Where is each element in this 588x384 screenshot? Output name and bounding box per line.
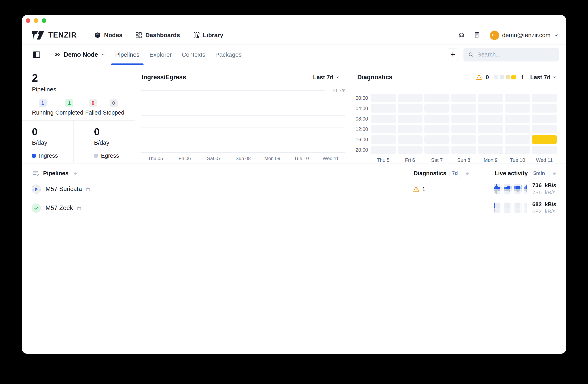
tab-pipelines[interactable]: Pipelines	[111, 44, 144, 65]
status-label: Stopped	[103, 109, 124, 116]
heatmap-cell[interactable]	[478, 115, 503, 123]
heatmap-cell[interactable]	[451, 135, 476, 144]
heatmap-cell[interactable]	[532, 115, 557, 123]
heatmap-cell[interactable]	[505, 135, 530, 144]
node-name: Demo Node	[64, 51, 98, 58]
heatmap-cell[interactable]	[424, 146, 449, 154]
pipeline-status-icon[interactable]	[32, 203, 41, 213]
heatmap-cell[interactable]	[532, 135, 557, 144]
heatmap-cell[interactable]	[478, 146, 503, 154]
heatmap-cell[interactable]	[371, 115, 396, 123]
heatmap-cell[interactable]	[371, 135, 396, 144]
rate-primary: 682	[532, 201, 542, 208]
heatmap-cell[interactable]	[505, 94, 530, 102]
heatmap-cell[interactable]	[478, 135, 503, 144]
heatmap-cell[interactable]	[532, 94, 557, 102]
filter-icon[interactable]	[463, 170, 471, 177]
heatmap-cell[interactable]	[424, 135, 449, 144]
chevron-down-icon	[552, 75, 557, 80]
search-input[interactable]	[477, 51, 554, 58]
heatmap-cell[interactable]	[398, 94, 423, 102]
legend-entry: Egress	[94, 152, 135, 159]
nav-item-library[interactable]: Library	[193, 32, 223, 39]
chart-range-dropdown[interactable]: Last 7d	[313, 74, 340, 81]
filter-icon[interactable]	[72, 170, 79, 177]
diagnostics-range-badge[interactable]: 7d	[449, 170, 460, 177]
heatmap-cell[interactable]	[451, 115, 476, 123]
node-selector[interactable]: Demo Node	[54, 51, 106, 58]
nav-item-label: Library	[203, 32, 223, 39]
account-menu[interactable]: DE demo@tenzir.com	[490, 31, 559, 40]
heatmap-cell[interactable]	[532, 125, 557, 133]
heatmap-cell[interactable]	[451, 104, 476, 113]
sparkline-slot	[518, 203, 519, 213]
status-label: Running	[32, 109, 54, 116]
heatmap-cell[interactable]	[398, 125, 423, 133]
heatmap-cell[interactable]	[451, 94, 476, 102]
heatmap-day-label: Fri 6	[398, 157, 423, 163]
heatmap-cell[interactable]	[532, 104, 557, 113]
live-activity-range-badge[interactable]: 5min	[531, 170, 547, 177]
brand-name: TENZIR	[48, 31, 77, 39]
heatmap-cell[interactable]	[398, 115, 423, 123]
sparkline-slot	[494, 184, 495, 194]
heatmap-cell[interactable]	[371, 125, 396, 133]
tenzir-logo[interactable]: TENZIR	[32, 30, 77, 41]
gridline	[141, 128, 345, 128]
pipeline-name[interactable]: M57 Zeek	[45, 204, 73, 212]
filter-icon[interactable]	[550, 170, 558, 177]
pipeline-status-icon[interactable]	[32, 184, 41, 194]
heatmap-cell[interactable]	[398, 104, 423, 113]
x-tick-label: Tue 10	[287, 156, 316, 161]
heatmap-cell[interactable]	[478, 104, 503, 113]
heatmap-cell[interactable]	[451, 146, 476, 154]
heatmap-cell[interactable]	[424, 104, 449, 113]
heatmap-day-label: Wed 11	[532, 157, 557, 163]
heatmap-cell[interactable]	[478, 94, 503, 102]
diagnostics-range-dropdown[interactable]: Last 7d	[530, 74, 557, 81]
sparkline-slot	[504, 203, 504, 213]
heatmap-cell[interactable]	[371, 94, 396, 102]
heatmap-cell[interactable]	[505, 125, 530, 133]
sparkline-slot	[496, 203, 497, 213]
zoom-window-button[interactable]	[42, 18, 46, 23]
heatmap-day-label: Tue 10	[505, 157, 530, 163]
heatmap-cell[interactable]	[424, 94, 449, 102]
close-window-button[interactable]	[26, 18, 30, 23]
heatmap-cell[interactable]	[398, 135, 423, 144]
heatmap-cell[interactable]	[371, 104, 396, 113]
add-pipeline-button[interactable]: +	[447, 48, 459, 61]
heatmap-cell[interactable]	[398, 146, 423, 154]
sparkline-slot	[524, 203, 525, 213]
sidebar-toggle-icon[interactable]	[32, 50, 41, 59]
select-all-icon[interactable]	[32, 169, 40, 177]
heatmap-cell[interactable]	[371, 146, 396, 154]
docs-icon[interactable]	[473, 32, 481, 39]
sparkline-slot	[503, 203, 504, 213]
tab-explorer[interactable]: Explorer	[146, 44, 176, 65]
heatmap-cell[interactable]	[505, 146, 530, 154]
sparkline-slot	[512, 184, 512, 194]
heatmap-cell[interactable]	[532, 146, 557, 154]
heatmap-cell[interactable]	[505, 104, 530, 113]
stat-value: 0	[94, 127, 135, 137]
pipeline-name[interactable]: M57 Suricata	[45, 185, 82, 192]
pipelines-total-label: Pipelines	[32, 86, 56, 93]
nav-item-label: Dashboards	[145, 32, 180, 39]
heatmap-day-label: Sun 8	[451, 157, 476, 163]
heatmap-cell[interactable]	[478, 125, 503, 133]
heatmap-cell[interactable]	[424, 115, 449, 123]
heatmap-cell[interactable]	[505, 115, 530, 123]
nav-item-dashboards[interactable]: Dashboards	[135, 32, 180, 39]
nav-item-nodes[interactable]: Nodes	[94, 32, 123, 39]
tab-packages[interactable]: Packages	[211, 44, 246, 65]
sparkline-slot	[492, 184, 492, 194]
minimize-window-button[interactable]	[34, 18, 38, 23]
sparkline-slot	[516, 203, 517, 213]
heatmap-day-labels: Thu 5Fri 6Sat 7Sun 8Mon 9Tue 10Wed 11	[350, 157, 557, 163]
discord-icon[interactable]	[458, 31, 465, 39]
heatmap-cell[interactable]	[451, 125, 476, 133]
tab-contexts[interactable]: Contexts	[178, 44, 209, 65]
sparkline-slot	[515, 184, 516, 194]
heatmap-cell[interactable]	[424, 125, 449, 133]
